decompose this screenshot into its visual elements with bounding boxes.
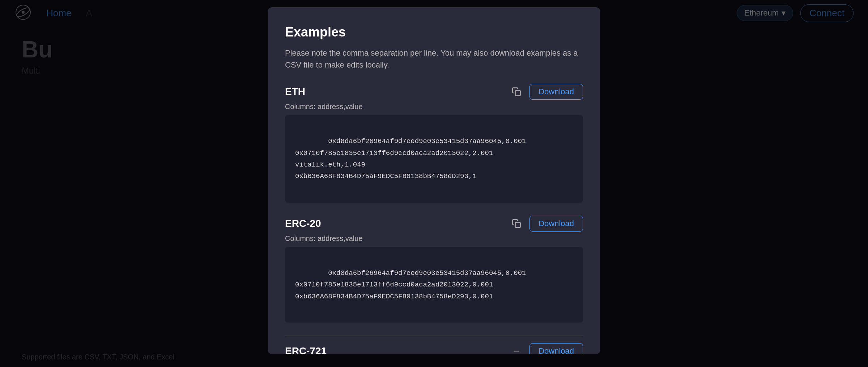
erc721-actions: Download <box>509 343 583 354</box>
erc20-copy-button[interactable] <box>509 216 524 231</box>
erc721-download-button[interactable]: Download <box>529 343 583 354</box>
erc721-copy-button[interactable] <box>509 344 524 354</box>
copy-icon <box>512 219 521 228</box>
eth-code: 0xd8da6bf26964af9d7eed9e03e53415d37aa960… <box>295 137 526 180</box>
copy-icon <box>512 346 521 354</box>
erc20-actions: Download <box>509 216 583 232</box>
erc20-section: ERC-20 Download Columns: address,value 0… <box>285 216 583 323</box>
erc721-title: ERC-721 <box>285 345 327 354</box>
copy-icon <box>512 87 521 96</box>
erc20-section-header: ERC-20 Download <box>285 216 583 232</box>
eth-download-button[interactable]: Download <box>529 84 583 100</box>
eth-section: ETH Download Columns: address,value 0xd8… <box>285 84 583 203</box>
svg-rect-3 <box>515 91 520 96</box>
erc20-download-button[interactable]: Download <box>529 216 583 232</box>
erc20-columns: Columns: address,value <box>285 234 583 243</box>
modal-description: Please note the comma separation per lin… <box>285 47 583 71</box>
svg-rect-4 <box>515 223 520 228</box>
modal-dialog: Examples Please note the comma separatio… <box>268 7 600 354</box>
eth-code-box: 0xd8da6bf26964af9d7eed9e03e53415d37aa960… <box>285 115 583 203</box>
eth-actions: Download <box>509 84 583 100</box>
modal-overlay: Examples Please note the comma separatio… <box>0 0 868 367</box>
erc20-code: 0xd8da6bf26964af9d7eed9e03e53415d37aa960… <box>295 269 526 301</box>
eth-section-header: ETH Download <box>285 84 583 100</box>
erc20-title: ERC-20 <box>285 218 321 229</box>
eth-columns: Columns: address,value <box>285 103 583 111</box>
eth-title: ETH <box>285 86 305 98</box>
eth-copy-button[interactable] <box>509 85 524 99</box>
modal-title: Examples <box>285 25 583 40</box>
erc721-section-partial: ERC-721 Download <box>285 336 583 354</box>
erc20-code-box: 0xd8da6bf26964af9d7eed9e03e53415d37aa960… <box>285 247 583 323</box>
